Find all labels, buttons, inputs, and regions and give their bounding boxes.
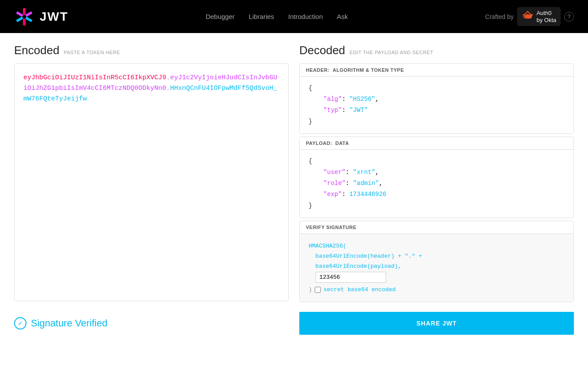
bottom-row: ✓ Signature Verified SHARE JWT xyxy=(14,312,574,335)
svg-rect-5 xyxy=(16,11,23,17)
verify-line2: base64UrlEncode(header) + "." + xyxy=(316,253,422,259)
verify-body: HMACSHA256( base64UrlEncode(header) + ".… xyxy=(300,234,573,302)
header-section-header: HEADER: ALGORITHM & TOKEN TYPE xyxy=(300,64,573,77)
secret-base64-label[interactable]: secret base64 encoded xyxy=(324,285,396,295)
share-jwt-button[interactable]: SHARE JWT xyxy=(299,312,574,335)
main-content: Encoded PASTE A TOKEN HERE eyJhbGciOiJIU… xyxy=(0,33,588,345)
header-sublabel: ALGORITHM & TOKEN TYPE xyxy=(333,67,404,73)
svg-rect-1 xyxy=(25,11,33,17)
svg-rect-4 xyxy=(16,16,23,22)
verify-close: ) xyxy=(309,285,312,295)
encoded-token-area[interactable]: eyJhbGciOiJIUzI1NiIsInR5cCI6IkpXVCJ9.eyJ… xyxy=(14,63,289,301)
secret-base64-checkbox[interactable] xyxy=(315,287,321,293)
encoded-subtitle: PASTE A TOKEN HERE xyxy=(64,50,120,55)
verify-func: HMACSHA256( xyxy=(309,243,346,249)
payload-sublabel: DATA xyxy=(335,141,349,146)
nav-link-introduction[interactable]: Introduction xyxy=(288,13,323,20)
encoded-title: Encoded xyxy=(14,44,60,57)
sig-verified-label: Signature Verified xyxy=(31,318,108,329)
header-json[interactable]: { "alg": "HS256", "typ": "JWT" } xyxy=(300,77,573,133)
nav-link-debugger[interactable]: Debugger xyxy=(205,13,234,20)
payload-section-header: PAYLOAD: DATA xyxy=(300,137,573,150)
nav-link-libraries[interactable]: Libraries xyxy=(249,13,274,20)
svg-point-6 xyxy=(526,14,529,18)
nav-links: Debugger Libraries Introduction Ask xyxy=(205,13,348,20)
header-label: HEADER: xyxy=(306,67,330,73)
nav-link-ask[interactable]: Ask xyxy=(337,13,348,20)
logo-text: JWT xyxy=(40,10,68,24)
auth0-badge: Auth0 by Okta xyxy=(517,7,561,26)
nav-left: JWT xyxy=(14,7,68,27)
svg-rect-0 xyxy=(23,8,26,15)
help-icon[interactable]: ? xyxy=(564,12,574,22)
decoded-section: Decoded EDIT THE PAYLOAD AND SECRET HEAD… xyxy=(299,44,574,305)
header-section: HEADER: ALGORITHM & TOKEN TYPE { "alg": … xyxy=(299,63,574,134)
svg-rect-3 xyxy=(23,18,26,26)
decoded-subtitle: EDIT THE PAYLOAD AND SECRET xyxy=(350,50,433,55)
verify-header: VERIFY SIGNATURE xyxy=(300,221,573,234)
encoded-header: Encoded PASTE A TOKEN HERE xyxy=(14,44,289,57)
auth0-icon xyxy=(521,11,534,23)
payload-json[interactable]: { "user": "xrnt", "role": "admin", "exp"… xyxy=(300,150,573,218)
decoded-title: Decoded xyxy=(299,44,345,57)
svg-rect-2 xyxy=(25,16,33,22)
check-icon: ✓ xyxy=(14,317,26,329)
decoded-header: Decoded EDIT THE PAYLOAD AND SECRET xyxy=(299,44,574,57)
navbar: JWT Debugger Libraries Introduction Ask … xyxy=(0,0,588,33)
crafted-by-label: Crafted by xyxy=(485,13,514,20)
encoded-section: Encoded PASTE A TOKEN HERE eyJhbGciOiJIU… xyxy=(14,44,289,305)
jwt-logo-icon xyxy=(14,7,34,27)
verify-line3: base64UrlEncode(payload), xyxy=(316,263,402,270)
token-part1: eyJhbGciOiJIUzI1NiIsInR5cCI6IkpXVCJ9 xyxy=(23,74,166,81)
payload-label: PAYLOAD: xyxy=(306,141,332,146)
signature-verified: ✓ Signature Verified xyxy=(14,317,289,329)
payload-section: PAYLOAD: DATA { "user": "xrnt", "role": … xyxy=(299,137,574,218)
verify-section: VERIFY SIGNATURE HMACSHA256( base64UrlEn… xyxy=(299,221,574,303)
nav-right: Crafted by Auth0 by Okta ? xyxy=(485,7,574,26)
auth0-text: Auth0 by Okta xyxy=(536,10,556,23)
secret-input[interactable] xyxy=(316,272,386,283)
